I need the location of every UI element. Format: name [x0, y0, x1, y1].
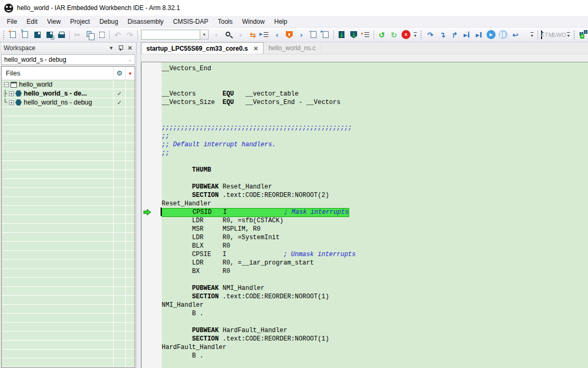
workspace-close-icon[interactable]: ✕ [127, 44, 133, 52]
tree-row[interactable]: ├+hello_world_s - de...✓ [2, 89, 135, 98]
gear-icon[interactable]: ⚙ [114, 67, 126, 80]
step-over-button[interactable]: ↷ [424, 29, 436, 41]
previous-bookmark-button[interactable]: ‹ [271, 29, 283, 41]
code-line: SECTION .text:CODE:REORDER:NOROOT(1) [162, 335, 588, 343]
stop-debugging-button[interactable]: ↩ [509, 29, 521, 41]
search-button[interactable] [222, 29, 235, 41]
tree-item-label[interactable]: hello_world_s - de... [24, 90, 87, 97]
tab-hello_world_ns.c[interactable]: hello_world_ns.c [264, 42, 321, 54]
search-dropdown-button[interactable]: ▾ [200, 30, 209, 40]
menu-disassembly[interactable]: Disassembly [123, 16, 169, 27]
navigate-pair-button[interactable]: ⇆ [247, 29, 259, 41]
toggle-bookmark-button[interactable] [283, 29, 295, 41]
toolbar-overflow-button[interactable]: ▼ [566, 29, 571, 41]
cut-button[interactable]: ✂ [71, 29, 83, 41]
toolbar-overflow-button[interactable]: ▼ [413, 29, 418, 41]
menu-project[interactable]: Project [66, 16, 95, 27]
panel-splitter[interactable] [136, 42, 141, 368]
tree-row[interactable]: −hello_world [2, 80, 135, 89]
code-line [162, 81, 588, 90]
break-button[interactable]: ▌▌ [497, 29, 509, 41]
tree-row[interactable]: └+hello_world_ns - debug✓ [2, 98, 135, 107]
debug-options-dropdown[interactable]: ▾ [521, 29, 529, 41]
download-active-application-button[interactable]: ↓ [348, 29, 360, 41]
undo-button[interactable]: ↶ [111, 29, 124, 41]
print-button[interactable] [55, 29, 68, 41]
expand-icon[interactable]: + [9, 91, 14, 96]
copy-button[interactable] [83, 29, 96, 41]
tab-startup_LPC55S69_cm33_core0.s[interactable]: startup_LPC55S69_cm33_core0.s✕ [141, 42, 264, 54]
previous-document-button[interactable]: ◂ [307, 29, 320, 41]
restart-button[interactable]: ↻ [388, 29, 400, 41]
step-into-button[interactable]: ↴ [436, 29, 449, 41]
goto-list-button[interactable] [259, 29, 271, 41]
tree-item-label[interactable]: hello_world_ns - debug [24, 99, 92, 106]
new-document-button[interactable]: + [7, 29, 19, 41]
reset-button[interactable]: ↺ [376, 29, 388, 41]
editor-tabbar: startup_LPC55S69_cm33_core0.s✕hello_worl… [141, 42, 588, 54]
toolbar-overflow-button[interactable]: ▼ [529, 29, 535, 41]
editor-area: startup_LPC55S69_cm33_core0.s✕hello_worl… [141, 42, 588, 368]
tree-row-bp-cell [126, 188, 135, 196]
paste-button[interactable] [96, 29, 108, 41]
code-comment: ; Unmask interrupts [283, 251, 356, 258]
find-previous-button[interactable]: ‹ [210, 29, 222, 41]
save-all-button[interactable]: ❏ [43, 29, 55, 41]
tree-row-check-cell [114, 260, 126, 268]
go-button[interactable]: ▶ [485, 29, 497, 41]
window-title: hello_world - IAR Embedded Workbench IDE… [17, 4, 180, 12]
next-document-button[interactable]: ▸ [320, 29, 332, 41]
code-text: CPSIE I [162, 251, 283, 258]
menu-help[interactable]: Help [269, 16, 292, 27]
etm-button[interactable]: ETM [541, 29, 553, 41]
workspace-config-select[interactable]: hello_world_s - debug ⌄ [1, 54, 135, 65]
save-button[interactable] [31, 29, 43, 41]
code-text: SECTION [192, 293, 219, 300]
toolbar-grip[interactable] [537, 30, 539, 40]
menu-file[interactable]: File [2, 16, 22, 27]
search-input[interactable] [141, 30, 200, 40]
trace-save-button[interactable]: 1 [577, 29, 588, 41]
workspace-menu-dropdown-icon[interactable]: ▼ [109, 45, 114, 51]
breakpoint-dot-icon[interactable]: ● [126, 67, 135, 80]
collapse-icon[interactable]: − [4, 82, 9, 87]
tree-row-bp-cell [126, 170, 135, 178]
find-next-button[interactable]: › [235, 29, 247, 41]
stop-button[interactable]: X [400, 29, 412, 41]
run-to-cursor-button[interactable]: ▸I [473, 29, 485, 41]
open-file-button[interactable]: ↑ [19, 29, 31, 41]
tree-empty-row [2, 323, 135, 332]
toolbar-grip[interactable] [3, 30, 5, 40]
step-out-button[interactable]: ↱ [449, 29, 461, 41]
files-column-header[interactable]: Files [2, 67, 114, 80]
search-combobox[interactable]: ▾ [141, 30, 209, 40]
next-bookmark-button[interactable]: › [295, 29, 307, 41]
code-text: .text:CODE:REORDER:NOROOT(2) [219, 192, 329, 199]
menu-cmsis-dap[interactable]: CMSIS-DAP [169, 16, 213, 27]
step-out-button-glyph: ↱ [452, 31, 458, 39]
tree-empty-row [2, 260, 135, 269]
redo-button[interactable]: ↷ [124, 29, 136, 41]
next-statement-button[interactable]: ▸i [461, 29, 473, 41]
menu-tools[interactable]: Tools [213, 16, 237, 27]
tree-row-bp-cell [126, 89, 135, 98]
menu-edit[interactable]: Edit [22, 16, 42, 27]
project-icon [11, 82, 17, 88]
toolbar-grip[interactable] [420, 30, 423, 40]
tree-row-name-cell [2, 116, 114, 125]
breakpoints-window-button[interactable] [360, 29, 372, 41]
menu-debug[interactable]: Debug [95, 16, 123, 27]
workspace-pin-icon[interactable] [118, 45, 123, 51]
expand-icon[interactable]: + [9, 100, 14, 105]
tree-item-label[interactable]: hello_world [19, 81, 52, 88]
menu-view[interactable]: View [42, 16, 66, 27]
current-pc-arrow-icon [143, 208, 152, 216]
code-view[interactable]: __Vectors_End__Vectors EQU __vector_tabl… [162, 62, 588, 368]
download-and-debug-button[interactable]: ↓ [335, 29, 348, 41]
swo-button[interactable]: SWO [553, 29, 565, 41]
toolbar-grip[interactable] [573, 30, 576, 40]
menu-window[interactable]: Window [237, 16, 269, 27]
code-text: B . [162, 352, 203, 360]
search-button-icon [226, 32, 230, 36]
tab-close-icon[interactable]: ✕ [253, 45, 258, 52]
